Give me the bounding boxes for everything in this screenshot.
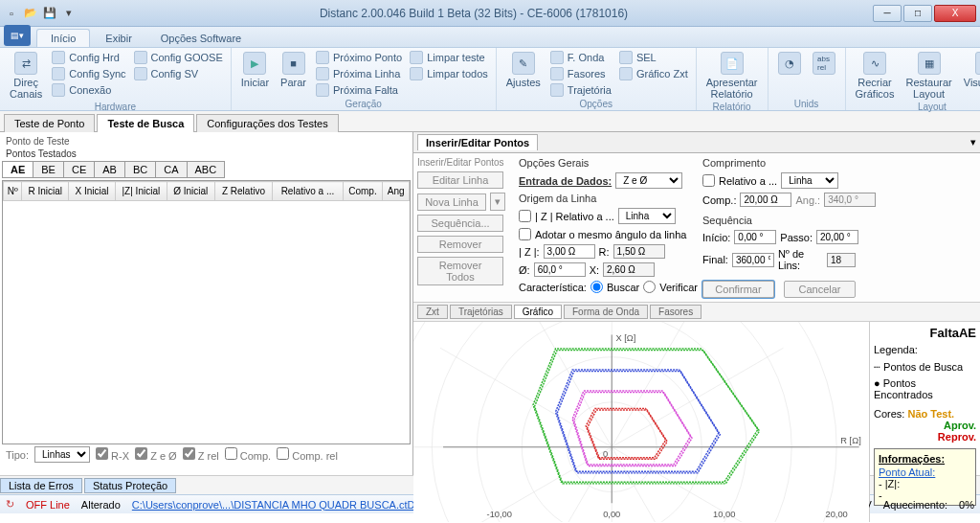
fault-tab-ca[interactable]: CA <box>155 161 187 178</box>
col-zrel[interactable]: Z Relativo <box>214 182 273 201</box>
collapse-icon[interactable]: ▾ <box>970 136 976 148</box>
ribbon-tab-exibir[interactable]: Exibir <box>92 30 145 47</box>
visualizar-button[interactable]: ▭Visualizar <box>960 50 980 90</box>
prox-falta-button[interactable]: Próxima Falta <box>314 82 404 98</box>
chk-comprel[interactable]: Comp. rel <box>277 447 338 462</box>
chart-tab-grafico[interactable]: Gráfico <box>514 305 562 319</box>
ajustes-button[interactable]: ✎Ajustes <box>502 50 545 90</box>
fault-tab-ae[interactable]: AE <box>2 161 33 178</box>
config-goose-button[interactable]: Config GOOSE <box>132 50 225 65</box>
ini-input[interactable] <box>734 230 776 244</box>
chart-tab-zxt[interactable]: Zxt <box>417 305 448 319</box>
comp-input[interactable] <box>740 193 791 207</box>
fonda-button[interactable]: F. Onda <box>548 50 613 65</box>
fault-tab-abc[interactable]: ABC <box>187 161 226 178</box>
nova-linha-button[interactable]: Nova Linha <box>417 193 486 211</box>
cancelar-button[interactable]: Cancelar <box>784 281 856 298</box>
chk-ze[interactable]: Z e Ø <box>135 447 177 462</box>
tab-config-testes[interactable]: Configurações dos Testes <box>196 114 338 132</box>
nova-linha-dropdown[interactable]: ▾ <box>490 193 505 211</box>
confirmar-button[interactable]: Confirmar <box>702 281 774 298</box>
ribbon-tab-opcoes[interactable]: Opções Software <box>147 30 255 47</box>
conexao-button[interactable]: Conexão <box>50 82 127 98</box>
col-ang[interactable]: Ø Inicial <box>167 182 214 201</box>
chart-tab-fasores[interactable]: Fasores <box>650 305 702 319</box>
wave-icon <box>550 51 564 64</box>
col-ang2[interactable]: Ang <box>383 182 410 201</box>
recriar-graficos-button[interactable]: ∿Recriar Gráficos <box>852 50 899 102</box>
passo-input[interactable] <box>816 230 858 244</box>
entrada-select[interactable]: Z e Ø <box>615 172 682 189</box>
zrel-select[interactable]: Linha <box>618 208 676 224</box>
col-n[interactable]: Nº <box>4 182 22 201</box>
inserir-editar-tab[interactable]: Inserir/Editar Pontos <box>417 134 538 150</box>
limpar-teste-button[interactable]: Limpar teste <box>408 50 490 65</box>
close-button[interactable]: X <box>934 5 976 22</box>
app-menu-button[interactable]: ▤▾ <box>4 25 31 46</box>
prox-linha-button[interactable]: Próxima Linha <box>314 66 404 81</box>
lista-erros-tab[interactable]: Lista de Erros <box>0 478 82 493</box>
ribbon-tab-inicio[interactable]: Início <box>36 29 90 47</box>
ang-input[interactable] <box>534 262 586 277</box>
unids2-button[interactable]: absrel <box>809 50 839 90</box>
remover-todos-button[interactable]: Remover Todos <box>417 257 503 285</box>
points-grid[interactable]: Nº R Inicial X Inicial |Z| Inicial Ø Ini… <box>2 180 411 444</box>
qat-more-icon[interactable]: ▾ <box>61 6 77 21</box>
fault-tab-ce[interactable]: CE <box>63 161 95 178</box>
sel-button[interactable]: SEL <box>617 50 690 65</box>
remover-button[interactable]: Remover <box>417 236 503 253</box>
refresh-icon[interactable]: ↻ <box>6 498 14 511</box>
sequencia-button[interactable]: Sequência... <box>417 215 503 232</box>
fasores-button[interactable]: Fasores <box>548 66 613 81</box>
col-x[interactable]: X Inicial <box>69 182 115 201</box>
maximize-button[interactable]: □ <box>903 5 932 22</box>
col-rela[interactable]: Relativo a ... <box>273 182 343 201</box>
tipo-select[interactable]: Linhas <box>34 446 90 463</box>
col-z[interactable]: |Z| Inicial <box>115 182 167 201</box>
limpar-todos-button[interactable]: Limpar todos <box>408 66 490 81</box>
editar-linha-button[interactable]: Editar Linha <box>417 171 503 189</box>
rel-select[interactable]: Linha <box>781 172 838 189</box>
apresentar-relatorio-button[interactable]: 📄Apresentar Relatório <box>702 50 762 102</box>
parar-button[interactable]: ■Parar <box>277 50 310 90</box>
prox-ponto-button[interactable]: Próximo Ponto <box>314 50 404 65</box>
mesmo-check[interactable] <box>519 228 531 240</box>
tab-teste-busca[interactable]: Teste de Busca <box>97 114 194 132</box>
fin-input[interactable] <box>732 253 774 267</box>
clear-icon <box>410 51 423 64</box>
chk-comp[interactable]: Comp. <box>225 447 271 462</box>
chk-zrel[interactable]: Z rel <box>183 447 219 462</box>
zrel-check[interactable] <box>519 210 531 222</box>
x-input[interactable] <box>603 262 655 277</box>
config-hrd-button[interactable]: Config Hrd <box>50 50 127 65</box>
fault-tab-bc[interactable]: BC <box>124 161 156 178</box>
buscar-radio[interactable] <box>590 281 603 293</box>
col-comp[interactable]: Comp. <box>343 182 383 201</box>
zxt-button[interactable]: Gráfico Zxt <box>617 66 690 81</box>
iniciar-button[interactable]: ▶Iniciar <box>237 50 273 90</box>
fault-tab-be[interactable]: BE <box>33 161 64 178</box>
unids-button[interactable]: ◔ <box>774 50 805 90</box>
tab-teste-ponto[interactable]: Teste de Ponto <box>4 114 95 132</box>
config-sv-button[interactable]: Config SV <box>132 66 225 81</box>
restaurar-layout-button[interactable]: ▦Restaurar Layout <box>902 50 955 102</box>
chk-rx[interactable]: R-X <box>96 447 129 462</box>
verificar-radio[interactable] <box>643 281 656 293</box>
minimize-button[interactable]: ─ <box>873 5 902 22</box>
chart-tab-traj[interactable]: Trajetórias <box>450 305 512 319</box>
status-filepath[interactable]: C:\Users\conprove\...\DISTANCIA MHO QUAD… <box>132 499 420 511</box>
config-sync-button[interactable]: Config Sync <box>50 66 127 81</box>
direc-canais-button[interactable]: ⇄Direç Canais <box>6 50 46 102</box>
col-r[interactable]: R Inicial <box>22 182 69 201</box>
qat-new-icon[interactable]: ▫ <box>4 6 19 21</box>
fault-tab-ab[interactable]: AB <box>94 161 125 178</box>
trajetoria-button[interactable]: Trajetória <box>548 82 613 98</box>
qat-save-icon[interactable]: 💾 <box>42 6 57 21</box>
impedance-plot[interactable]: -10,000,0010,0020,000R [Ω]X [Ω] <box>413 322 869 522</box>
r-input[interactable] <box>613 244 665 259</box>
qat-open-icon[interactable]: 📂 <box>23 6 38 21</box>
chart-tab-forma[interactable]: Forma de Onda <box>564 305 648 319</box>
z-input[interactable] <box>544 244 595 259</box>
rel-check[interactable] <box>702 174 715 187</box>
status-protecao-tab[interactable]: Status Proteção <box>84 478 176 493</box>
